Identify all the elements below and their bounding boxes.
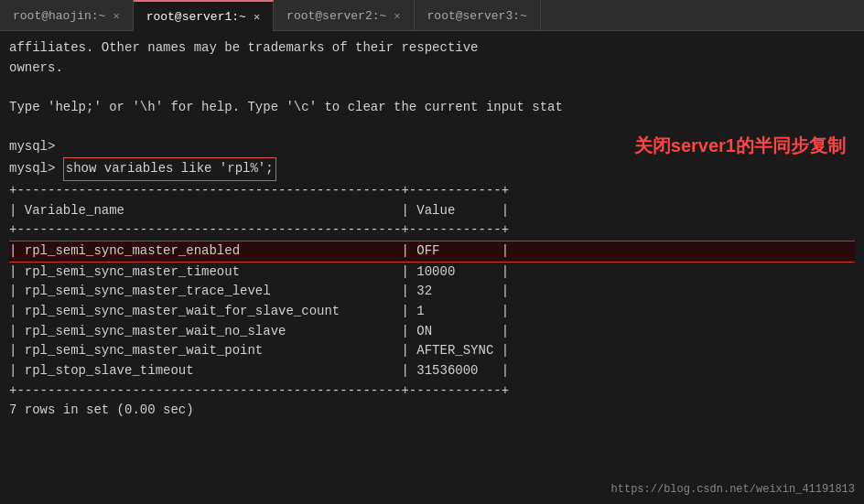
table-row-wait-slave: | rpl_semi_sync_master_wait_for_slave_co… — [9, 302, 855, 322]
tab-server1-close[interactable]: ✕ — [254, 10, 260, 24]
table-row-highlighted: | rpl_semi_sync_master_enabled | OFF | — [9, 241, 855, 263]
tab-haojin-close[interactable]: ✕ — [113, 9, 119, 23]
table-row-timeout: | rpl_semi_sync_master_timeout | 10000 | — [9, 263, 855, 283]
table-row-stop-slave: | rpl_stop_slave_timeout | 31536000 | — [9, 361, 855, 381]
tab-haojin-label: root@haojin:~ — [13, 9, 105, 23]
table-sep-top: +---------------------------------------… — [9, 181, 855, 201]
table-row-wait-point: | rpl_semi_sync_master_wait_point | AFTE… — [9, 341, 855, 361]
watermark: https://blog.csdn.net/weixin_41191813 — [611, 481, 855, 499]
annotation-text: 关闭server1的半同步复制 — [634, 132, 846, 160]
line-owners: owners. — [9, 59, 855, 79]
tab-server3[interactable]: root@server3:~ — [415, 0, 541, 31]
tab-haojin[interactable]: root@haojin:~ ✕ — [0, 0, 134, 31]
tab-server1-label: root@server1:~ — [146, 10, 246, 24]
tab-server2-close[interactable]: ✕ — [394, 9, 400, 23]
tab-server3-label: root@server3:~ — [427, 9, 527, 23]
table-row-trace: | rpl_semi_sync_master_trace_level | 32 … — [9, 282, 855, 302]
table-row-wait-no-slave: | rpl_semi_sync_master_wait_no_slave | O… — [9, 322, 855, 342]
table-sep-mid: +---------------------------------------… — [9, 220, 855, 241]
tab-server2-label: root@server2:~ — [286, 9, 386, 23]
table-cell-enabled: | rpl_semi_sync_master_enabled | OFF | — [9, 243, 509, 258]
tab-server2[interactable]: root@server2:~ ✕ — [274, 0, 414, 31]
line-help: Type 'help;' or '\h' for help. Type '\c'… — [9, 98, 855, 118]
tab-server1[interactable]: root@server1:~ ✕ — [134, 0, 274, 31]
line-empty1 — [9, 78, 855, 98]
table-header-row: | Variable_name | Value | — [9, 201, 855, 221]
command-line: mysql> show variables like 'rpl%'; — [9, 157, 855, 181]
result-footer: 7 rows in set (0.00 sec) — [9, 401, 855, 421]
line-affiliates: affiliates. Other names may be trademark… — [9, 38, 855, 59]
mysql-command: show variables like 'rpl%'; — [63, 157, 276, 181]
mysql-prompt: mysql> — [9, 159, 63, 179]
table-sep-bot: +---------------------------------------… — [9, 381, 855, 402]
tab-bar: root@haojin:~ ✕ root@server1:~ ✕ root@se… — [0, 0, 864, 31]
terminal-area[interactable]: affiliates. Other names may be trademark… — [0, 31, 864, 504]
